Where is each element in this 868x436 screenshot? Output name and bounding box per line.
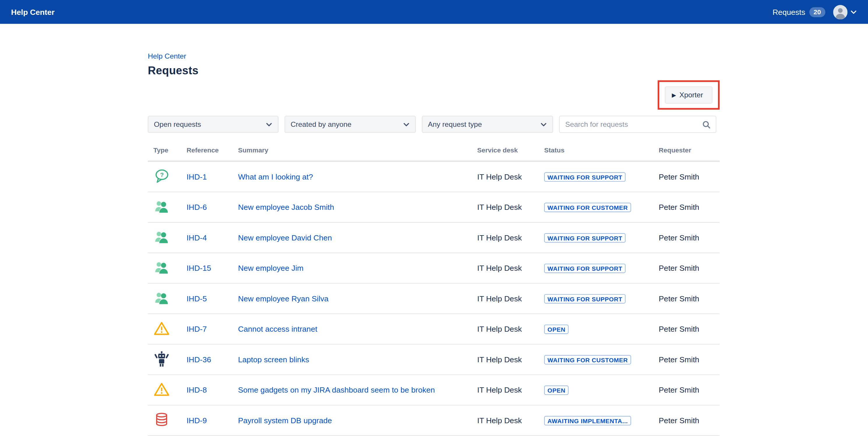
svg-text:?: ? — [160, 171, 164, 178]
status-badge: WAITING FOR SUPPORT — [544, 172, 626, 181]
request-service-desk: IT Help Desk — [477, 385, 544, 394]
request-reference-link[interactable]: IHD-1 — [186, 172, 207, 181]
user-avatar-button[interactable] — [833, 5, 857, 19]
table-row: ? — [148, 284, 719, 314]
request-service-desk: IT Help Desk — [477, 203, 544, 211]
request-reference-link[interactable]: IHD-4 — [186, 233, 207, 242]
request-service-desk: IT Help Desk — [477, 416, 544, 425]
status-badge: WAITING FOR CUSTOMER — [544, 355, 631, 364]
status-badge: OPEN — [544, 324, 568, 334]
request-service-desk: IT Help Desk — [477, 172, 544, 181]
request-type-cell: ? — [153, 381, 186, 399]
request-reference-link[interactable]: IHD-15 — [186, 264, 211, 272]
request-type-cell: ? — [153, 350, 186, 369]
status-badge: WAITING FOR SUPPORT — [544, 233, 626, 242]
request-requester: Peter Smith — [659, 325, 720, 333]
question-bubble-icon: ? — [153, 168, 170, 184]
request-service-desk: IT Help Desk — [477, 264, 544, 272]
request-type-cell: ? — [153, 411, 186, 430]
column-header-summary: Summary — [238, 146, 477, 154]
topbar: Help Center Requests 20 — [0, 0, 868, 24]
requests-count-badge: 20 — [809, 7, 826, 17]
creator-filter-dropdown-value: Created by anyone — [291, 120, 351, 128]
breadcrumb: Help Center — [148, 52, 719, 61]
requests-table: Type Reference Summary Service desk Stat… — [148, 146, 719, 436]
request-type-cell: ? — [153, 289, 186, 308]
table-header-row: Type Reference Summary Service desk Stat… — [148, 146, 719, 162]
column-header-type: Type — [153, 146, 186, 154]
new-employee-people-icon — [153, 289, 170, 306]
page-title: Requests — [148, 64, 719, 77]
request-summary-link[interactable]: Some gadgets on my JIRA dashboard seem t… — [238, 385, 441, 394]
type-icon-slot: ? — [153, 229, 170, 245]
request-summary-link[interactable]: New employee Ryan Silva — [238, 294, 335, 303]
request-summary-link[interactable]: Cannot access intranet — [238, 325, 324, 333]
type-icon-slot: ? — [153, 350, 170, 367]
chevron-down-icon — [266, 120, 272, 128]
actions-row: ▶ Xporter — [148, 81, 719, 110]
request-reference-link[interactable]: IHD-8 — [186, 385, 207, 394]
request-status-dropdown[interactable]: Open requests — [148, 116, 278, 133]
column-header-reference: Reference — [186, 146, 238, 154]
request-requester: Peter Smith — [659, 385, 720, 394]
request-requester: Peter Smith — [659, 294, 720, 303]
avatar — [833, 5, 847, 19]
table-row: ? — [148, 345, 719, 375]
type-icon-slot: ? — [153, 198, 170, 214]
column-header-requester: Requester — [659, 146, 720, 154]
request-summary-link[interactable]: Laptop screen blinks — [238, 355, 316, 364]
request-reference-link[interactable]: IHD-36 — [186, 355, 211, 364]
request-summary-link[interactable]: New employee Jacob Smith — [238, 203, 341, 211]
request-reference-link[interactable]: IHD-5 — [186, 294, 207, 303]
request-reference-link[interactable]: IHD-7 — [186, 325, 207, 333]
chevron-down-icon — [540, 120, 547, 128]
status-badge: WAITING FOR SUPPORT — [544, 263, 626, 273]
request-service-desk: IT Help Desk — [477, 355, 544, 364]
request-type-cell: ? — [153, 259, 186, 277]
request-service-desk: IT Help Desk — [477, 294, 544, 303]
request-requester: Peter Smith — [659, 172, 720, 181]
xporter-button-label: Xporter — [680, 91, 703, 99]
status-badge: OPEN — [544, 385, 568, 395]
topbar-right: Requests 20 — [772, 5, 857, 19]
table-row: ? — [148, 375, 719, 406]
status-badge: WAITING FOR SUPPORT — [544, 294, 626, 303]
topbar-brand-link[interactable]: Help Center — [11, 7, 55, 16]
type-icon-slot: ? — [153, 411, 170, 428]
request-summary-link[interactable]: New employee Jim — [238, 264, 310, 272]
request-type-dropdown[interactable]: Any request type — [422, 116, 553, 133]
creator-filter-dropdown[interactable]: Created by anyone — [285, 116, 416, 133]
type-icon-slot: ? — [153, 289, 170, 306]
request-summary-link[interactable]: New employee David Chen — [238, 233, 338, 242]
request-requester: Peter Smith — [659, 264, 720, 272]
table-row: ? — [148, 162, 719, 192]
request-summary-link[interactable]: What am I looking at? — [238, 172, 319, 181]
request-summary-link[interactable]: Payroll system DB upgrade — [238, 416, 338, 425]
search-icon[interactable] — [702, 120, 711, 128]
request-type-cell: ? — [153, 320, 186, 338]
breadcrumb-help-center-link[interactable]: Help Center — [148, 52, 186, 61]
requests-table-body: ? — [148, 162, 719, 436]
request-type-cell: ? — [153, 229, 186, 247]
page: Help Center Requests 20 — [0, 0, 868, 436]
request-reference-link[interactable]: IHD-9 — [186, 416, 207, 425]
main-content: Help Center Requests ▶ Xporter Open requ… — [148, 52, 719, 436]
request-requester: Peter Smith — [659, 233, 720, 242]
column-header-status: Status — [544, 146, 658, 154]
xporter-button[interactable]: ▶ Xporter — [665, 86, 712, 104]
warning-triangle-icon — [153, 320, 170, 337]
search-box — [559, 116, 716, 133]
requests-nav-label: Requests — [772, 7, 805, 16]
chevron-down-icon — [403, 120, 410, 128]
request-service-desk: IT Help Desk — [477, 233, 544, 242]
new-employee-people-icon — [153, 229, 170, 245]
robot-icon — [153, 350, 170, 367]
requests-nav-link[interactable]: Requests 20 — [772, 7, 826, 17]
table-row: ? — [148, 192, 719, 223]
new-employee-people-icon — [153, 198, 170, 214]
table-row: ? — [148, 405, 719, 436]
search-input[interactable] — [565, 120, 702, 128]
request-reference-link[interactable]: IHD-6 — [186, 203, 207, 211]
column-header-service-desk: Service desk — [477, 146, 544, 154]
request-requester: Peter Smith — [659, 416, 720, 425]
